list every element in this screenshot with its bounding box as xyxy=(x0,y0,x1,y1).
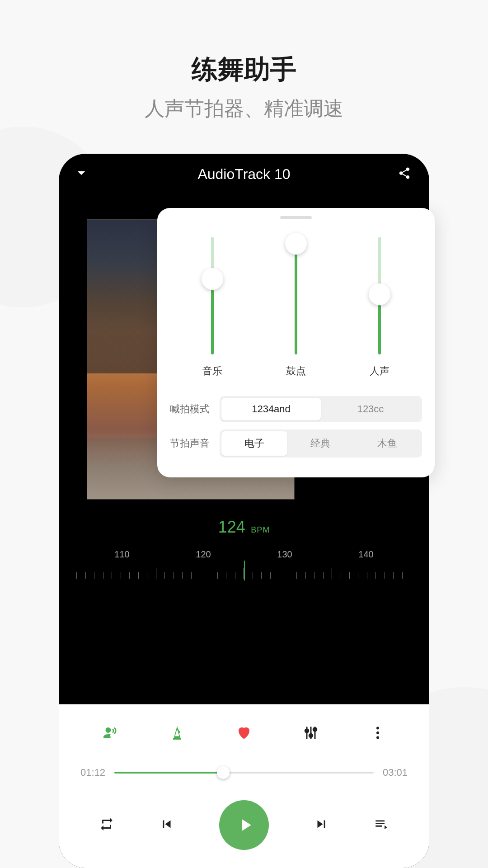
beat-sound-option[interactable]: 电子 xyxy=(221,431,287,456)
ruler-tick xyxy=(68,568,68,579)
ruler-tick xyxy=(129,572,130,579)
share-button[interactable] xyxy=(398,166,416,182)
count-mode-segment: 1234and 123cc xyxy=(220,396,422,422)
count-mode-label: 喊拍模式 xyxy=(170,402,220,416)
ruler-tick xyxy=(156,568,156,579)
ruler-tick xyxy=(279,572,279,579)
bpm-tick-label: 120 xyxy=(196,549,211,560)
repeat-button[interactable] xyxy=(99,816,114,834)
player-bottom-panel: 01:12 03:01 xyxy=(59,704,429,868)
count-mode-option[interactable]: 123cc xyxy=(321,398,420,420)
svg-point-9 xyxy=(376,727,379,730)
mixer-slider[interactable]: 音乐 xyxy=(202,237,222,378)
slider-track xyxy=(211,237,214,354)
slider-fill xyxy=(295,255,297,354)
slider-label: 人声 xyxy=(370,364,389,378)
ruler-tick xyxy=(358,572,358,579)
chevron-down-icon xyxy=(72,164,90,182)
progress-thumb[interactable] xyxy=(217,766,230,779)
metronome-button[interactable] xyxy=(168,724,186,742)
time-total: 03:01 xyxy=(383,767,408,778)
bpm-ruler[interactable]: 110 120 130 140 xyxy=(59,549,429,585)
slider-label: 鼓点 xyxy=(286,364,306,378)
next-button[interactable] xyxy=(314,816,329,834)
collapse-button[interactable] xyxy=(72,164,90,185)
slider-track xyxy=(378,237,381,354)
drag-handle[interactable] xyxy=(280,216,312,219)
svg-point-8 xyxy=(313,728,317,731)
svg-point-7 xyxy=(309,734,313,737)
previous-button[interactable] xyxy=(159,816,174,834)
more-button[interactable] xyxy=(369,724,387,742)
slider-knob[interactable] xyxy=(369,283,390,305)
bpm-tick-label: 130 xyxy=(277,549,292,560)
beat-sound-label: 节拍声音 xyxy=(170,437,220,450)
track-title: AudioTrack 10 xyxy=(90,166,398,183)
ruler-tick xyxy=(209,572,209,579)
play-icon xyxy=(235,815,255,835)
favorite-button[interactable] xyxy=(235,724,253,742)
ruler-tick xyxy=(253,572,253,579)
beat-sound-option[interactable]: 经典 xyxy=(287,431,353,456)
ruler-tick xyxy=(375,572,376,579)
ruler-tick xyxy=(191,572,192,579)
repeat-icon xyxy=(99,816,114,832)
voice-icon xyxy=(102,725,118,741)
equalizer-icon xyxy=(303,725,319,741)
playlist-icon xyxy=(374,816,389,832)
slider-track xyxy=(295,237,297,354)
ruler-tick xyxy=(367,572,367,579)
skip-previous-icon xyxy=(159,816,174,832)
share-icon xyxy=(398,166,411,180)
ruler-tick xyxy=(147,572,147,579)
ruler-tick xyxy=(138,572,139,579)
slider-label: 音乐 xyxy=(202,364,222,378)
ruler-tick xyxy=(226,572,226,579)
ruler-tick xyxy=(402,572,403,579)
ruler-tick xyxy=(288,572,288,579)
heart-icon xyxy=(236,725,252,741)
ruler-tick xyxy=(76,572,77,579)
slider-knob[interactable] xyxy=(285,233,307,255)
voice-button[interactable] xyxy=(101,724,119,742)
ruler-tick xyxy=(411,572,411,579)
ruler-tick xyxy=(103,572,103,579)
svg-point-10 xyxy=(376,731,379,734)
playlist-button[interactable] xyxy=(374,816,389,834)
progress-slider[interactable] xyxy=(114,772,374,774)
ruler-tick xyxy=(200,572,200,579)
mixer-popup: 音乐鼓点人声 喊拍模式 1234and 123cc 节拍声音 电子 经典 木鱼 xyxy=(157,208,435,477)
play-button[interactable] xyxy=(219,800,269,850)
mixer-slider[interactable]: 鼓点 xyxy=(286,237,306,378)
bpm-value: 124 xyxy=(218,518,245,536)
ruler-tick xyxy=(270,572,271,579)
ruler-tick xyxy=(85,572,86,579)
ruler-tick xyxy=(385,572,385,579)
equalizer-button[interactable] xyxy=(302,724,320,742)
ruler-tick xyxy=(305,572,306,579)
promo-title: 练舞助手 xyxy=(0,52,488,87)
ruler-tick xyxy=(174,572,174,579)
more-icon xyxy=(370,725,386,741)
ruler-tick xyxy=(393,572,394,579)
metronome-icon xyxy=(169,725,185,741)
svg-point-11 xyxy=(376,736,379,739)
ruler-tick xyxy=(296,572,297,579)
ruler-tick xyxy=(314,572,314,579)
ruler-tick xyxy=(121,572,121,579)
count-mode-option[interactable]: 1234and xyxy=(221,398,321,420)
player-header: AudioTrack 10 xyxy=(59,154,429,194)
ruler-tick xyxy=(182,572,183,579)
beat-sound-option[interactable]: 木鱼 xyxy=(354,431,420,456)
mixer-slider[interactable]: 人声 xyxy=(370,237,389,378)
ruler-tick xyxy=(217,572,218,579)
svg-point-6 xyxy=(305,729,309,733)
ruler-tick xyxy=(341,572,341,579)
promo-subtitle: 人声节拍器、精准调速 xyxy=(0,95,488,122)
progress-fill xyxy=(114,772,223,774)
slider-fill xyxy=(378,305,381,354)
svg-rect-1 xyxy=(173,738,181,740)
slider-knob[interactable] xyxy=(202,268,223,290)
bpm-tick-label: 110 xyxy=(114,549,129,560)
slider-fill xyxy=(211,290,214,354)
